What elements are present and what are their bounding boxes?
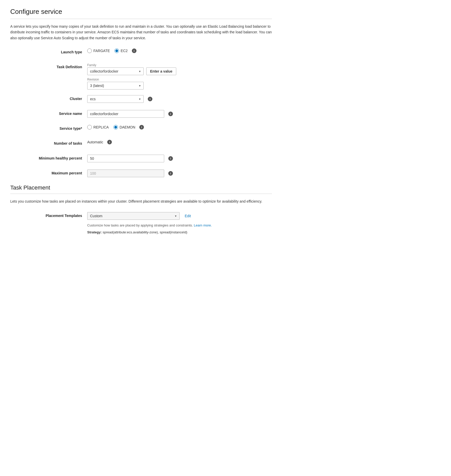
service-type-control: REPLICA DAEMON i — [87, 125, 272, 130]
cluster-row: Cluster ecs i — [10, 95, 272, 104]
launch-type-row: Launch type FARGATE EC2 i — [10, 48, 272, 58]
service-type-daemon-option[interactable]: DAEMON — [113, 125, 135, 130]
launch-type-info-icon[interactable]: i — [132, 48, 136, 53]
task-placement-description: Lets you customize how tasks are placed … — [10, 199, 272, 204]
placement-edit-link[interactable]: Edit — [185, 214, 191, 218]
service-name-info-icon[interactable]: i — [168, 112, 173, 116]
service-type-daemon-label: DAEMON — [120, 125, 135, 129]
cluster-select-wrapper: ecs — [87, 95, 144, 103]
number-of-tasks-value: Automatic — [87, 140, 103, 144]
launch-type-label: Launch type — [10, 48, 87, 54]
number-of-tasks-control: Automatic i — [87, 140, 272, 144]
launch-type-ec2-label: EC2 — [121, 49, 128, 53]
launch-type-radio-group: FARGATE EC2 — [87, 48, 128, 53]
service-type-replica-option[interactable]: REPLICA — [87, 125, 109, 130]
launch-type-fargate-radio[interactable] — [87, 48, 92, 53]
min-healthy-percent-info-icon[interactable]: i — [168, 156, 173, 161]
strategy-value: spread(attribute:ecs.availability-zone),… — [103, 230, 187, 234]
family-select[interactable]: collectorfordocker — [87, 67, 144, 75]
learn-more-link[interactable]: Learn more. — [194, 223, 212, 227]
max-percent-control: i — [87, 170, 272, 177]
family-select-wrapper: collectorfordocker — [87, 67, 144, 75]
service-type-replica-label: REPLICA — [93, 125, 109, 129]
launch-type-fargate-option[interactable]: FARGATE — [87, 48, 110, 53]
placement-templates-label: Placement Templates — [10, 212, 87, 218]
service-type-daemon-radio[interactable] — [113, 125, 118, 130]
placement-templates-row: Placement Templates Custom Edit Customiz… — [10, 212, 272, 234]
family-sublabel: Family — [87, 63, 176, 67]
max-percent-row: Maximum percent i — [10, 170, 272, 179]
number-of-tasks-label: Number of tasks — [10, 140, 87, 145]
task-definition-label: Task Definition — [10, 63, 87, 69]
service-type-radio-group: REPLICA DAEMON — [87, 125, 135, 130]
page-description: A service lets you specify how many copi… — [10, 24, 272, 41]
launch-type-fargate-label: FARGATE — [93, 49, 110, 53]
task-placement-divider — [10, 194, 272, 194]
title-divider — [10, 19, 272, 19]
placement-templates-control: Custom Edit Customize how tasks are plac… — [87, 212, 272, 234]
max-percent-input[interactable] — [87, 170, 164, 177]
max-percent-label: Maximum percent — [10, 170, 87, 175]
revision-select-wrapper: 3 (latest) — [87, 82, 144, 90]
service-type-row: Service type* REPLICA DAEMON i — [10, 125, 272, 134]
launch-type-ec2-radio[interactable] — [114, 48, 119, 53]
revision-sublabel: Revision — [87, 78, 176, 81]
service-name-control: i — [87, 110, 272, 118]
cluster-select[interactable]: ecs — [87, 95, 144, 103]
cluster-label: Cluster — [10, 95, 87, 101]
task-definition-row: Task Definition Family collectorfordocke… — [10, 63, 272, 90]
service-name-label: Service name — [10, 110, 87, 116]
enter-value-button[interactable]: Enter a value — [146, 67, 176, 75]
cluster-control: ecs i — [87, 95, 272, 103]
service-type-info-icon[interactable]: i — [139, 125, 144, 130]
launch-type-ec2-option[interactable]: EC2 — [114, 48, 128, 53]
service-name-row: Service name i — [10, 110, 272, 119]
service-type-label: Service type* — [10, 125, 87, 131]
cluster-info-icon[interactable]: i — [148, 97, 152, 101]
placement-description: Customize how tasks are placed by applyi… — [87, 223, 212, 228]
min-healthy-percent-label: Minimum healthy percent — [10, 155, 87, 160]
min-healthy-percent-control: i — [87, 155, 272, 162]
number-of-tasks-info-icon[interactable]: i — [107, 140, 112, 144]
strategy-text: Strategy: spread(attribute:ecs.availabil… — [87, 230, 187, 234]
service-name-input[interactable] — [87, 110, 164, 118]
min-healthy-percent-row: Minimum healthy percent i — [10, 155, 272, 164]
page-title: Configure service — [10, 8, 272, 16]
min-healthy-percent-input[interactable] — [87, 155, 164, 162]
task-definition-control: Family collectorfordocker Enter a value … — [87, 63, 272, 90]
revision-select[interactable]: 3 (latest) — [87, 82, 144, 90]
max-percent-info-icon[interactable]: i — [168, 171, 173, 176]
launch-type-control: FARGATE EC2 i — [87, 48, 272, 53]
service-type-replica-radio[interactable] — [87, 125, 92, 130]
task-placement-title: Task Placement — [10, 184, 272, 191]
placement-templates-select[interactable]: Custom — [87, 212, 180, 220]
strategy-label: Strategy: — [87, 230, 102, 234]
placement-templates-select-wrapper: Custom — [87, 212, 180, 220]
number-of-tasks-row: Number of tasks Automatic i — [10, 140, 272, 149]
